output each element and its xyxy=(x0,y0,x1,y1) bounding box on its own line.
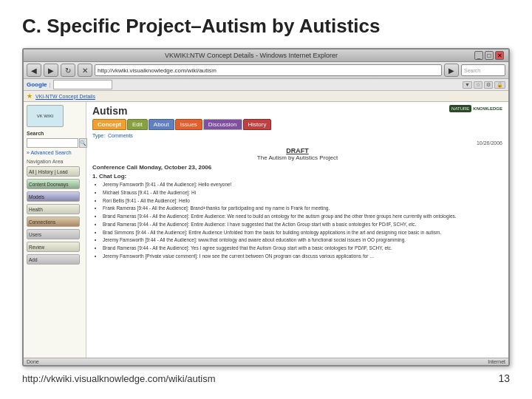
sidebar-btn-models[interactable]: Models xyxy=(27,191,80,202)
search-placeholder: Search xyxy=(464,68,480,73)
nav-section-label: Navigation Area xyxy=(27,159,83,164)
wiki-chat-list: Jeremy Farnsworth [9:41 - All the Audien… xyxy=(92,181,502,260)
browser-title-text: VKWIKI:NTW Concept Details - Windows Int… xyxy=(28,52,474,59)
browser-content: VK WIKI Search 🔍 » Advanced Search Navig… xyxy=(24,102,508,358)
tab-about[interactable]: About xyxy=(149,119,174,130)
list-item: Michael Strauss [9:41 - All the Audience… xyxy=(103,189,502,197)
list-item: Brad Simmons [9:44 - All the Audience]: … xyxy=(103,229,502,236)
wiki-draft-header: DRAFT The Autism by Autistics Project xyxy=(92,147,502,161)
list-item: Brand Rameras [9:44 - All the Audience]:… xyxy=(103,221,502,228)
sidebar-btn-review[interactable]: Review xyxy=(27,242,80,252)
browser-titlebar: VKWIKI:NTW Concept Details - Windows Int… xyxy=(24,50,508,62)
list-item: Rori Bellis [9:41 - All the Audience]: H… xyxy=(103,197,502,205)
google-separator: | xyxy=(50,81,51,88)
wiki-date: 10/26/2006 xyxy=(92,140,502,146)
wiki-section-title: 1. Chat Log: xyxy=(92,173,502,180)
toolbar-icon-3: ⚙ xyxy=(484,81,493,89)
address-text: http://vkwiki.visualknowledge.com/wiki/a… xyxy=(98,67,216,74)
browser-statusbar: Done Internet xyxy=(24,358,508,365)
browser-window: VKWIKI:NTW Concept Details - Windows Int… xyxy=(22,48,510,366)
nature-text: KNOWLEDGE xyxy=(473,106,502,111)
tab-issues[interactable]: Issues xyxy=(175,119,202,130)
back-button[interactable]: ◀ xyxy=(27,64,41,77)
toolbar-icon-2: ☆ xyxy=(474,81,482,89)
browser-toolbar: ◀ ▶ ↻ ✕ http://vkwiki.visualknowledge.co… xyxy=(24,62,508,79)
list-item: Jeremy Farnsworth [9:44 - All the Audien… xyxy=(103,236,502,244)
browser-controls: _ □ ✕ xyxy=(474,51,504,60)
wiki-conf-title: Conference Call Monday, October 23, 2006 xyxy=(92,164,502,171)
list-item: Jeremy Farnsworth [9:41 - All the Audien… xyxy=(103,181,502,188)
breadcrumb-comments-link[interactable]: Comments xyxy=(108,133,133,138)
list-item: Frank Rameras [9:44 - All the Audience]:… xyxy=(103,205,502,212)
slide-footer: http://vkwiki.visualknowledge.com/wiki/a… xyxy=(22,372,510,384)
search-box[interactable]: Search xyxy=(461,64,505,76)
draft-subtitle: The Autism by Autistics Project xyxy=(92,154,502,161)
slide-number: 13 xyxy=(498,372,510,384)
breadcrumb-type: Type: xyxy=(92,133,105,138)
tab-discussion[interactable]: Discussion xyxy=(203,119,242,130)
sidebar-btn-users[interactable]: Users xyxy=(27,229,80,239)
wiki-breadcrumb: Type: Comments xyxy=(92,133,502,138)
address-bar[interactable]: http://vkwiki.visualknowledge.com/wiki/a… xyxy=(95,64,442,76)
wiki-page-title: Autism xyxy=(92,105,127,117)
refresh-button[interactable]: ↻ xyxy=(61,64,75,77)
wiki-logo-text: VK WIKI xyxy=(37,114,54,118)
close-button[interactable]: ✕ xyxy=(495,51,504,60)
sidebar-btn-content[interactable]: Content Doorways xyxy=(27,179,80,189)
tab-history[interactable]: History xyxy=(243,119,272,130)
search-label: Search xyxy=(27,131,83,136)
slide-url: http://vkwiki.visualknowledge.com/wiki/a… xyxy=(22,373,216,384)
draft-label: DRAFT xyxy=(92,147,502,154)
wiki-sidebar: VK WIKI Search 🔍 » Advanced Search Navig… xyxy=(24,102,86,358)
wiki-header: Autism NATURE KNOWLEDGE xyxy=(92,105,502,117)
list-item: Brand Rameras [9:44 - All the Audience]:… xyxy=(103,213,502,220)
wiki-main: Autism NATURE KNOWLEDGE Concept Edit Abo… xyxy=(86,102,508,358)
go-button[interactable]: ▶ xyxy=(444,64,459,77)
slide-container: C. Specific Project–Autism by Autistics … xyxy=(0,0,532,399)
slide-title: C. Specific Project–Autism by Autistics xyxy=(22,15,510,38)
list-item: Brand Rameras [9:44 - All the Audience]:… xyxy=(103,245,502,252)
stop-button[interactable]: ✕ xyxy=(78,64,92,77)
status-right: Internet xyxy=(488,359,505,364)
google-search-input[interactable] xyxy=(53,80,112,89)
favorites-bar: ★ VKI-NTW Concept Details xyxy=(24,91,508,102)
minimize-button[interactable]: _ xyxy=(474,51,483,60)
tab-edit[interactable]: Edit xyxy=(127,119,148,130)
toolbar-icon-4: 🔒 xyxy=(494,81,505,89)
favorites-star-icon: ★ xyxy=(27,92,33,100)
advanced-search-link[interactable]: » Advanced Search xyxy=(27,150,83,155)
tab-concept[interactable]: Concept xyxy=(92,119,126,130)
favorites-link-1[interactable]: VKI-NTW Concept Details xyxy=(35,94,95,99)
google-toolbar: Google | ▼ ☆ ⚙ 🔒 xyxy=(24,79,508,91)
nature-logo: NATURE xyxy=(449,105,471,112)
maximize-button[interactable]: □ xyxy=(485,51,494,60)
sidebar-btn-health[interactable]: Health xyxy=(27,204,80,214)
toolbar-icons: ▼ ☆ ⚙ 🔒 xyxy=(463,81,505,89)
google-logo: Google xyxy=(27,81,47,88)
wiki-logo-right: NATURE KNOWLEDGE xyxy=(449,105,502,112)
toolbar-icon-1: ▼ xyxy=(463,81,472,89)
list-item: Jeremy Farnsworth [Private value comment… xyxy=(103,253,502,260)
status-left: Done xyxy=(27,359,39,364)
search-row: 🔍 xyxy=(27,138,83,148)
forward-button[interactable]: ▶ xyxy=(44,64,58,77)
wiki-logo: VK WIKI xyxy=(27,105,64,127)
sidebar-btn-connections[interactable]: Connections xyxy=(27,216,80,227)
wiki-tabs: Concept Edit About Issues Discussion His… xyxy=(92,119,502,130)
wiki-content-area: Type: Comments 10/26/2006 DRAFT The Auti… xyxy=(92,133,502,355)
sidebar-search-input[interactable] xyxy=(27,138,78,148)
sidebar-btn-add[interactable]: Add xyxy=(27,254,80,265)
sidebar-btn-all[interactable]: All | History | Load xyxy=(27,166,80,177)
